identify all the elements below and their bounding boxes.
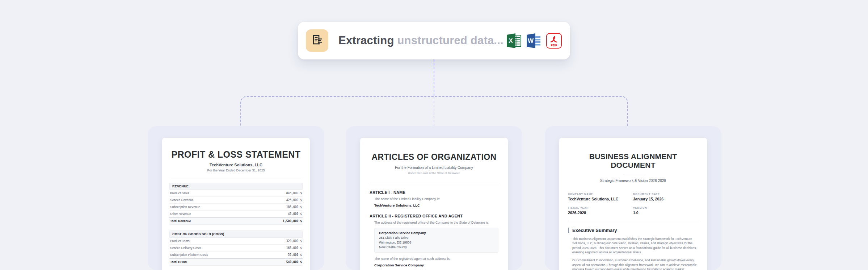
meta-value: 1.0 [633, 211, 698, 215]
row-value: 845,000 $ [286, 192, 302, 195]
divider [370, 183, 498, 183]
row-label: Service Delivery Costs [170, 246, 201, 250]
office-address-line: 251 Little Falls Drive [379, 236, 494, 240]
registered-office-box: Corporation Service Company 251 Little F… [374, 228, 498, 253]
executive-summary-heading: Executive Summary [568, 228, 698, 233]
row-label: Product Costs [170, 239, 189, 243]
meta-field: FISCAL YEAR 2026-2028 [568, 207, 633, 215]
pnl-total-row: Total COGS 540,000 $ [169, 258, 303, 266]
file-type-icons: X W PDF [506, 33, 562, 49]
word-icon: W [526, 33, 542, 49]
excel-icon: X [506, 33, 522, 49]
divider [169, 178, 303, 178]
document-extract-icon [310, 34, 324, 47]
panel-profit-loss: PROFIT & LOSS STATEMENT TechVenture Solu… [148, 126, 324, 270]
pnl-row: Other Revenue 45,000 $ [169, 211, 303, 217]
meta-label: FISCAL YEAR [568, 207, 633, 209]
alignment-title: BUSINESS ALIGNMENT DOCUMENT [568, 152, 698, 170]
pnl-title: PROFIT & LOSS STATEMENT [169, 149, 303, 160]
pdf-icon: PDF [546, 33, 562, 49]
article1-heading: ARTICLE I - NAME [370, 190, 498, 195]
meta-value: TechVenture Solutions, LLC [568, 197, 633, 201]
panel-alignment: BUSINESS ALIGNMENT DOCUMENT Strategic Fr… [545, 126, 721, 270]
pnl-section-header-revenue: REVENUE [169, 183, 303, 190]
pnl-row: Subscription Platform Costs 55,000 $ [169, 252, 303, 258]
meta-label: DOCUMENT DATE [633, 193, 698, 195]
pnl-row: Product Costs 320,000 $ [169, 238, 303, 245]
document-profit-loss: PROFIT & LOSS STATEMENT TechVenture Solu… [162, 138, 310, 270]
alignment-meta-grid: COMPANY NAME TechVenture Solutions, LLC … [568, 193, 698, 215]
connector-stem-center [434, 97, 434, 126]
articles-subtitle: For the Formation of a Limited Liability… [370, 166, 498, 170]
row-value: 320,000 $ [286, 240, 302, 243]
row-label: Service Revenue [170, 198, 194, 202]
total-label: Total COGS [170, 260, 187, 264]
extraction-status-card: Extracting unstructured data... X [298, 22, 570, 59]
word-letter: W [526, 36, 535, 45]
meta-label: COMPANY NAME [568, 193, 633, 195]
total-value: 1,500,000 $ [283, 220, 302, 223]
meta-label: VERSION [633, 207, 698, 209]
article1-intro: The name of the Limited Liability Compan… [374, 197, 498, 201]
title-divider [623, 174, 643, 174]
excel-letter: X [506, 36, 515, 45]
panel-articles: ARTICLES OF ORGANIZATION For the Formati… [346, 126, 522, 270]
divider [568, 221, 698, 221]
row-value: 45,000 $ [288, 212, 302, 216]
office-name: Corporation Service Company [379, 231, 494, 236]
row-label: Subscription Platform Costs [170, 253, 208, 257]
pnl-row: Product Sales 845,000 $ [169, 190, 303, 197]
meta-field: DOCUMENT DATE January 15, 2026 [633, 193, 698, 201]
row-value: 185,000 $ [286, 205, 302, 209]
meta-field: VERSION 1.0 [633, 207, 698, 215]
office-address-line: New Castle County [379, 245, 494, 250]
pnl-section-header-cogs: COST OF GOODS SOLD (COGS) [169, 230, 303, 238]
meta-value: January 15, 2026 [633, 197, 698, 201]
status-text-muted: unstructured data... [394, 34, 503, 47]
row-value: 425,000 $ [286, 199, 302, 202]
status-text-typed: Extracting [338, 34, 394, 47]
pnl-row: Subscription Revenue 185,000 $ [169, 204, 303, 211]
agent-name: Corporation Service Company [374, 263, 498, 267]
document-extract-badge [306, 29, 328, 52]
total-label: Total Revenue [170, 219, 191, 223]
article1-company-name: TechVenture Solutions, LLC [374, 203, 498, 207]
article2-intro: The address of the registered office of … [374, 221, 498, 224]
row-label: Subscription Revenue [170, 205, 200, 209]
extraction-hero-scene: Extracting unstructured data... X [0, 0, 868, 270]
office-address-line: Wilmington, DE 19808 [379, 240, 494, 245]
pdf-label: PDF [546, 43, 562, 47]
article2-heading: ARTICLE II - REGISTERED OFFICE AND AGENT [370, 214, 498, 218]
meta-field: COMPANY NAME TechVenture Solutions, LLC [568, 193, 633, 201]
row-label: Product Sales [170, 191, 189, 195]
pnl-row: Service Revenue 425,000 $ [169, 197, 303, 204]
executive-summary-paragraph: This Business Alignment Document establi… [572, 237, 698, 254]
row-label: Other Revenue [170, 212, 191, 216]
articles-title: ARTICLES OF ORGANIZATION [370, 152, 498, 162]
meta-value: 2026-2028 [568, 211, 633, 215]
connector-stem-top [434, 59, 434, 96]
agent-intro: The name of the registered agent at such… [374, 257, 498, 261]
pnl-row: Service Delivery Costs 165,000 $ [169, 245, 303, 252]
pnl-period: For the Year Ended December 31, 2025 [169, 169, 303, 172]
total-value: 540,000 $ [286, 261, 302, 264]
row-value: 165,000 $ [286, 246, 302, 250]
document-articles: ARTICLES OF ORGANIZATION For the Formati… [360, 138, 508, 270]
articles-jurisdiction: Under the Laws of the State of Delaware [370, 171, 498, 175]
pnl-total-row: Total Revenue 1,500,000 $ [169, 217, 303, 225]
row-value: 55,000 $ [288, 253, 302, 257]
document-alignment: BUSINESS ALIGNMENT DOCUMENT Strategic Fr… [559, 138, 707, 270]
alignment-subtitle: Strategic Framework & Vision 2026-2028 [568, 179, 698, 183]
extraction-status-text: Extracting unstructured data... [338, 34, 503, 47]
executive-summary-paragraph: Our commitment to innovation, customer e… [572, 258, 698, 270]
pnl-company: TechVenture Solutions, LLC [169, 163, 303, 167]
